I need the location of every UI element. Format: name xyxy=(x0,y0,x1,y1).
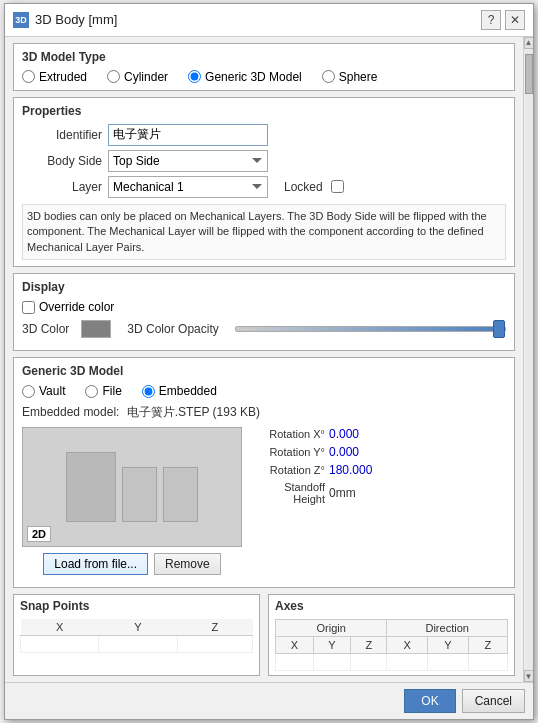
opacity-slider-container xyxy=(235,326,506,332)
cancel-button[interactable]: Cancel xyxy=(462,689,525,713)
radio-embedded-input[interactable] xyxy=(142,385,155,398)
axes-dz: Z xyxy=(468,637,507,654)
layer-row: Mechanical 1 Mechanical 2 Locked xyxy=(108,176,506,198)
radio-vault[interactable]: Vault xyxy=(22,384,65,398)
properties-title: Properties xyxy=(22,104,506,118)
properties-grid: Identifier Body Side Top Side Bottom Sid… xyxy=(22,124,506,198)
override-color-label: Override color xyxy=(39,300,114,314)
help-button[interactable]: ? xyxy=(481,10,501,30)
axes-dy: Y xyxy=(428,637,469,654)
scroll-thumb[interactable] xyxy=(525,54,533,94)
color-swatch[interactable] xyxy=(81,320,111,338)
radio-extruded[interactable]: Extruded xyxy=(22,70,87,84)
dialog-content: 3D Model Type Extruded Cylinder Generic … xyxy=(5,37,523,682)
model-preview-area: 2D Load from file... Remove Rotation X° … xyxy=(22,427,506,575)
snap-points-table: X Y Z xyxy=(20,619,253,653)
preview-2d-badge: 2D xyxy=(27,526,51,542)
body-side-select[interactable]: Top Side Bottom Side xyxy=(108,150,268,172)
radio-sphere-input[interactable] xyxy=(322,70,335,83)
embedded-model-row: Embedded model: 电子簧片.STEP (193 KB) xyxy=(22,404,506,421)
dialog-footer: OK Cancel xyxy=(5,682,533,719)
dialog-title: 3D Body [mm] xyxy=(35,12,117,27)
radio-generic3d[interactable]: Generic 3D Model xyxy=(188,70,302,84)
title-bar-left: 3D 3D Body [mm] xyxy=(13,12,117,28)
embedded-model-value: 电子簧片.STEP (193 KB) xyxy=(127,405,260,419)
radio-cylinder[interactable]: Cylinder xyxy=(107,70,168,84)
axes-direction-header: Direction xyxy=(387,620,508,637)
override-color-checkbox-label[interactable]: Override color xyxy=(22,300,114,314)
slider-thumb xyxy=(493,320,505,338)
override-color-row: Override color xyxy=(22,300,506,314)
ok-button[interactable]: OK xyxy=(404,689,455,713)
standoff-height-row: StandoffHeight 0mm xyxy=(250,481,372,505)
snap-col-z: Z xyxy=(177,619,252,636)
radio-file-input[interactable] xyxy=(85,385,98,398)
rotation-x-label: Rotation X° xyxy=(250,428,325,440)
rotation-z-value: 180.000 xyxy=(329,463,372,477)
properties-info: 3D bodies can only be placed on Mechanic… xyxy=(22,204,506,260)
locked-label: Locked xyxy=(284,180,323,194)
title-bar: 3D 3D Body [mm] ? ✕ xyxy=(5,4,533,37)
identifier-label: Identifier xyxy=(22,128,102,142)
axes-title: Axes xyxy=(275,599,508,613)
radio-vault-input[interactable] xyxy=(22,385,35,398)
color-opacity-row: 3D Color 3D Color Opacity xyxy=(22,320,506,338)
display-title: Display xyxy=(22,280,506,294)
rotation-y-row: Rotation Y° 0.000 xyxy=(250,445,372,459)
model-type-section: 3D Model Type Extruded Cylinder Generic … xyxy=(13,43,515,91)
axes-table: Origin Direction X Y Z X Y Z xyxy=(275,619,508,671)
axes-ox: X xyxy=(276,637,314,654)
standoff-label: StandoffHeight xyxy=(250,481,325,505)
body-side-row: Top Side Bottom Side xyxy=(108,150,506,172)
radio-vault-label: Vault xyxy=(39,384,65,398)
load-from-file-button[interactable]: Load from file... xyxy=(43,553,148,575)
snap-col-y: Y xyxy=(99,619,177,636)
layer-select[interactable]: Mechanical 1 Mechanical 2 xyxy=(108,176,268,198)
radio-file-label: File xyxy=(102,384,121,398)
title-icon: 3D xyxy=(13,12,29,28)
locked-checkbox[interactable] xyxy=(331,180,344,193)
model-source-radio-group: Vault File Embedded xyxy=(22,384,506,398)
rotation-z-row: Rotation Z° 180.000 xyxy=(250,463,372,477)
axes-oy: Y xyxy=(313,637,351,654)
model-preview-box: 2D xyxy=(22,427,242,547)
display-section: Display Override color 3D Color 3D Color… xyxy=(13,273,515,351)
rotation-z-label: Rotation Z° xyxy=(250,464,325,476)
rotation-info: Rotation X° 0.000 Rotation Y° 0.000 Rota… xyxy=(250,427,372,575)
dialog-3d-body: 3D 3D Body [mm] ? ✕ 3D Model Type Extrud… xyxy=(4,3,534,720)
identifier-input[interactable] xyxy=(108,124,268,146)
model-type-title: 3D Model Type xyxy=(22,50,506,64)
radio-generic3d-input[interactable] xyxy=(188,70,201,83)
standoff-value: 0mm xyxy=(329,486,356,500)
radio-embedded[interactable]: Embedded xyxy=(142,384,217,398)
remove-button[interactable]: Remove xyxy=(154,553,221,575)
scroll-down-arrow[interactable]: ▼ xyxy=(524,670,534,682)
override-color-checkbox[interactable] xyxy=(22,301,35,314)
radio-generic3d-label: Generic 3D Model xyxy=(205,70,302,84)
body-side-label: Body Side xyxy=(22,154,102,168)
generic-3d-title: Generic 3D Model xyxy=(22,364,506,378)
scroll-track xyxy=(525,49,533,670)
rotation-y-value: 0.000 xyxy=(329,445,359,459)
scroll-up-arrow[interactable]: ▲ xyxy=(524,37,534,49)
radio-cylinder-input[interactable] xyxy=(107,70,120,83)
title-buttons: ? ✕ xyxy=(481,10,525,30)
radio-extruded-label: Extruded xyxy=(39,70,87,84)
rotation-x-value: 0.000 xyxy=(329,427,359,441)
axes-dx: X xyxy=(387,637,428,654)
opacity-label: 3D Color Opacity xyxy=(127,322,218,336)
scrollbar[interactable]: ▲ ▼ xyxy=(523,37,533,682)
radio-sphere[interactable]: Sphere xyxy=(322,70,378,84)
rotation-x-row: Rotation X° 0.000 xyxy=(250,427,372,441)
axes-origin-header: Origin xyxy=(276,620,387,637)
close-button[interactable]: ✕ xyxy=(505,10,525,30)
identifier-row xyxy=(108,124,506,146)
opacity-slider[interactable] xyxy=(235,326,506,332)
generic-3d-section: Generic 3D Model Vault File Embedded xyxy=(13,357,515,588)
bottom-tables: Snap Points X Y Z xyxy=(13,594,515,676)
radio-embedded-label: Embedded xyxy=(159,384,217,398)
layer-label: Layer xyxy=(22,180,102,194)
color-3d-label: 3D Color xyxy=(22,322,69,336)
radio-extruded-input[interactable] xyxy=(22,70,35,83)
radio-file[interactable]: File xyxy=(85,384,121,398)
